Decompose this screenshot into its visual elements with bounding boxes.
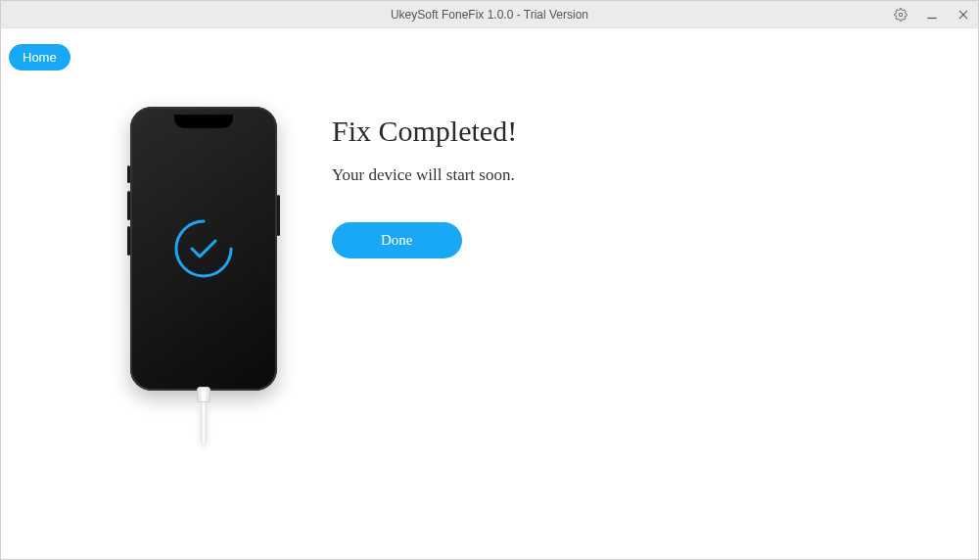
cable-illustration [193,387,214,443]
status-panel: Fix Completed! Your device will start so… [332,107,517,258]
cable-wire [201,402,207,443]
phone-illustration [130,107,287,391]
main-content: Fix Completed! Your device will start so… [130,107,517,391]
page-title: Fix Completed! [332,115,517,148]
home-button[interactable]: Home [9,44,70,70]
phone-side-button [277,195,280,236]
window-title: UkeySoft FoneFix 1.0.0 - Trial Version [391,8,588,22]
phone-side-button [127,226,130,256]
phone-side-button [127,191,130,220]
gear-icon[interactable] [890,4,911,25]
done-button[interactable]: Done [332,222,462,258]
svg-point-0 [899,13,903,17]
minimize-icon[interactable] [921,4,943,25]
checkmark-icon [172,217,235,280]
window-controls [890,4,974,25]
close-icon[interactable] [953,4,974,25]
phone-side-button [127,165,130,183]
phone-body [130,107,277,391]
status-message: Your device will start soon. [332,165,517,185]
cable-plug [197,387,210,402]
titlebar: UkeySoft FoneFix 1.0.0 - Trial Version [1,1,978,28]
